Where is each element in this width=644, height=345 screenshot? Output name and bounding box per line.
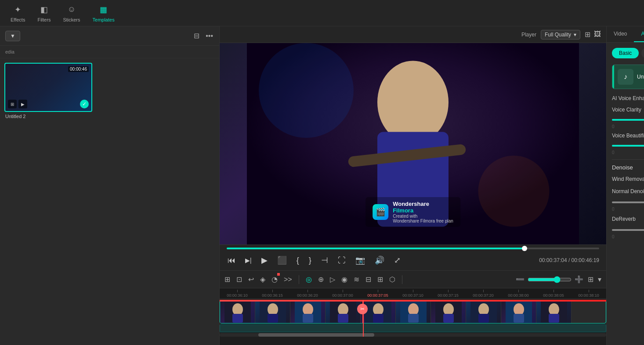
nav-stickers[interactable]: ☺ Stickers <box>57 1 86 25</box>
watermark: 🎬 Wondershare Filmora Created with Wonde… <box>365 197 460 227</box>
top-nav: ✦ Effects ◧ Filters ☺ Stickers ▦ Templat… <box>0 0 644 26</box>
subtab-basic[interactable]: Basic <box>612 48 639 58</box>
timeline-snap-btn[interactable]: ◎ <box>304 274 313 285</box>
zoom-out-btn[interactable]: ➖ <box>514 274 526 285</box>
svg-rect-8 <box>232 314 243 323</box>
timeline-speed-btn[interactable]: ⬡ <box>388 274 397 285</box>
nav-templates[interactable]: ▦ Templates <box>87 1 121 25</box>
grid-view-btn[interactable]: ⊞ <box>586 274 595 285</box>
dereverb-range: 0 100 <box>612 234 644 239</box>
nav-templates-label: Templates <box>93 17 115 22</box>
ruler-mark: 00:00:37:15 <box>431 290 466 298</box>
voice-clarity-slider-row: 80 <box>612 117 644 122</box>
film-frame <box>290 300 326 323</box>
time-row: ⏮ ▶| ▶ ⬛ { } ⊣ ⛶ 📷 🔊 ⤢ 00:00:37:04 / 00:… <box>227 253 599 268</box>
media-item[interactable]: 00:00:46 ⊞ ▶ ✓ Untitled 2 <box>4 63 92 341</box>
film-frame <box>396 300 431 323</box>
timeline-adjust-btn[interactable]: ◈ <box>259 274 267 285</box>
watermark-product: Filmora <box>393 207 453 214</box>
dereverb-label: DeReverb <box>612 216 636 222</box>
timeline-scrollbar[interactable] <box>220 333 606 337</box>
ruler-mark: 00:00:36:20 <box>290 290 325 298</box>
timeline-undo-btn[interactable]: ↩ <box>247 274 255 285</box>
frame-thumbnail <box>330 301 356 323</box>
dereverb-track[interactable] <box>612 229 644 231</box>
step-back-button[interactable]: ▶| <box>244 256 253 265</box>
play-button[interactable]: ▶ <box>260 255 268 266</box>
snapshot-button[interactable]: 📷 <box>355 255 366 266</box>
media-thumbnail: 00:00:46 ⊞ ▶ ✓ <box>4 63 92 112</box>
quality-dropdown[interactable]: Full Quality ▾ <box>541 30 580 40</box>
svg-point-5 <box>478 156 550 227</box>
audio-timeline-track[interactable] <box>220 324 606 332</box>
timeline-ai-btn[interactable]: ◔ <box>270 274 279 285</box>
timeline-motion-btn[interactable]: ▷ <box>329 274 336 285</box>
svg-point-34 <box>549 303 559 316</box>
header-icons: ⊟ ••• <box>193 31 214 41</box>
track-playhead: ✂ <box>362 300 363 323</box>
voice-beautification-track[interactable] <box>612 145 644 147</box>
media-dropdown[interactable]: ▼ <box>5 31 20 41</box>
effects-icon: ✦ <box>12 4 24 15</box>
timeline-toolbar: ⊞ ⊡ ↩ ◈ ◔ >> ◎ ⊕ ▷ ◉ ≋ ⊟ ⊞ ⬡ ➖ <box>220 271 606 288</box>
timeline-audio-btn[interactable]: ◉ <box>340 274 349 285</box>
mark-out-button[interactable]: } <box>308 255 312 266</box>
ruler-mark: 00:00:37:20 <box>466 290 501 298</box>
nav-effects[interactable]: ✦ Effects <box>4 1 31 25</box>
normal-denoise-track[interactable] <box>612 201 644 203</box>
audio-button[interactable]: 🔊 <box>374 255 385 266</box>
normal-denoise-range: 0 100 <box>612 207 644 212</box>
frame-thumbnail <box>260 301 286 323</box>
audio-track-item[interactable]: ♪ Untitled 2 <box>612 65 644 89</box>
zoom-slider[interactable] <box>528 276 572 283</box>
svg-point-28 <box>478 303 489 316</box>
stickers-icon: ☺ <box>66 4 77 15</box>
fullscreen-button[interactable]: ⛶ <box>337 255 347 266</box>
player-controls-bar: ⏮ ▶| ▶ ⬛ { } ⊣ ⛶ 📷 🔊 ⤢ 00:00:37:04 / 00:… <box>220 244 606 270</box>
tab-video[interactable]: Video <box>607 26 634 42</box>
normal-denoise-min: 0 <box>612 207 615 212</box>
ai-voice-enhancer-label: AI Voice Enhancer ? <box>612 95 644 102</box>
svg-rect-35 <box>549 314 559 323</box>
video-track[interactable]: ✂ <box>220 300 606 323</box>
image-view-icon[interactable]: 🖼 <box>594 30 601 39</box>
ruler-mark: 00:00:38:00 <box>501 290 536 298</box>
progress-bar[interactable] <box>227 248 599 249</box>
nav-filters[interactable]: ◧ Filters <box>31 1 57 25</box>
mark-in-button[interactable]: { <box>296 255 300 266</box>
timeline-beat-btn[interactable]: ≋ <box>352 274 361 285</box>
frame-thumbnail <box>295 301 321 323</box>
progress-handle[interactable] <box>522 246 527 251</box>
grid-view-icon[interactable]: ⊞ <box>585 30 590 39</box>
more-button[interactable]: ⤢ <box>393 255 402 266</box>
player-header: Player Full Quality ▾ ⊞ 🖼 <box>220 26 606 43</box>
ai-voice-enhancer-row: AI Voice Enhancer ? <box>612 94 644 102</box>
split-button[interactable]: ⊣ <box>320 255 329 266</box>
cut-icon[interactable]: ✂ <box>357 304 368 314</box>
quality-label: Full Quality <box>545 32 571 38</box>
tab-video-label: Video <box>614 31 627 37</box>
timeline-body[interactable]: 00:00:36:10 00:00:36:15 00:00:36:20 00:0… <box>220 288 606 345</box>
timeline-sub-btn[interactable]: ⊟ <box>364 274 373 285</box>
total-time: 00:00:46:19 <box>572 257 599 263</box>
filter-sort-button[interactable]: ⊟ <box>193 31 200 41</box>
dereverb-slider-row: 70 <box>612 227 644 233</box>
timeline-add-btn[interactable]: ⊕ <box>317 274 325 285</box>
timeline-more-btn[interactable]: >> <box>282 274 293 285</box>
more-options-button[interactable]: ••• <box>205 31 214 41</box>
zoom-in-btn[interactable]: ➕ <box>573 274 585 285</box>
thumb-action-icons: ⊞ ▶ <box>8 100 27 108</box>
voice-clarity-track[interactable] <box>612 119 644 121</box>
timeline-merge-btn[interactable]: ⊞ <box>376 274 384 285</box>
film-frame <box>255 300 290 323</box>
zoom-controls: ➖ ➕ ⊞ ▾ <box>514 274 603 285</box>
tab-audio[interactable]: Audio <box>634 26 644 42</box>
time-separator: / <box>568 257 572 263</box>
nav-stickers-label: Stickers <box>63 17 80 22</box>
timeline-clip-btn[interactable]: ⊞ <box>223 274 232 285</box>
subtab-voice-changer[interactable]: Voice Changer <box>641 48 644 58</box>
timeline-settings-btn[interactable]: ▾ <box>597 274 603 285</box>
stop-button[interactable]: ⬛ <box>276 255 288 266</box>
rewind-button[interactable]: ⏮ <box>227 255 236 266</box>
timeline-select-btn[interactable]: ⊡ <box>235 274 243 285</box>
